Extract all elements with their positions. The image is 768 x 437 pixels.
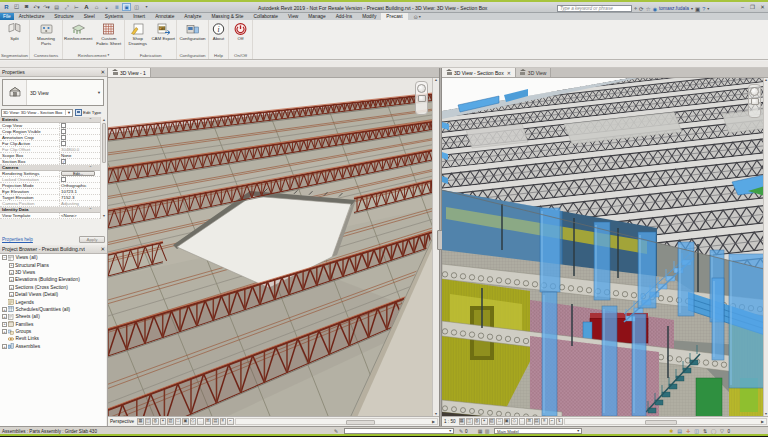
save-icon[interactable]: ◙	[22, 3, 31, 11]
property-checkbox[interactable]	[61, 129, 66, 134]
hscroll-right-icon[interactable]: ▶	[759, 419, 766, 424]
ribbon-button-about[interactable]: iAbout	[209, 21, 228, 41]
ribbon-tab-massing-site[interactable]: Massing & Site	[206, 13, 248, 20]
search-icon[interactable]: ⌖	[634, 5, 637, 12]
expand-icon[interactable]: +	[2, 329, 7, 334]
ribbon-display-toggle[interactable]: ⊙▾	[408, 13, 421, 20]
ribbon-tab-file[interactable]: File	[0, 13, 14, 20]
property-value[interactable]: None	[60, 153, 100, 158]
detail-level-icon[interactable]: ◫	[145, 418, 152, 425]
expand-icon[interactable]: +	[9, 263, 14, 268]
sign-in-icon[interactable]: ⟳	[639, 6, 644, 12]
browser-item-families[interactable]: +Families	[0, 321, 106, 328]
type-selector-dropdown-icon[interactable]: ▼	[97, 90, 103, 95]
analytical-model-icon[interactable]: ≡	[220, 418, 227, 425]
constraints-icon[interactable]: ⌐	[227, 418, 234, 425]
steering-wheel-icon[interactable]	[417, 84, 426, 93]
expand-icon[interactable]: +	[2, 322, 7, 327]
hscroll-right-icon[interactable]: ▶	[430, 419, 437, 424]
properties-help-link[interactable]: Properties help	[2, 237, 33, 242]
scale-icon[interactable]: ▦	[459, 418, 466, 425]
ribbon-button-split[interactable]: Split	[0, 21, 29, 41]
help-menu-caret[interactable]: ▾	[707, 6, 709, 11]
favorites-icon[interactable]: ☆	[646, 6, 651, 12]
scroll-thumb[interactable]	[102, 123, 106, 163]
expand-icon[interactable]: +	[9, 292, 14, 297]
browser-item-schedules-quantities-all-[interactable]: +Schedules/Quantities (all)	[0, 306, 106, 313]
print-icon[interactable]: ▤	[52, 3, 61, 11]
user-menu-caret[interactable]: ▾	[691, 6, 693, 11]
collapse-icon[interactable]: −	[2, 255, 7, 260]
property-value[interactable]: Edit...	[60, 171, 100, 176]
property-value[interactable]	[60, 141, 100, 146]
zoom-icon[interactable]	[418, 95, 426, 102]
expand-icon[interactable]: +	[2, 307, 7, 312]
property-value[interactable]	[60, 123, 100, 128]
revit-logo[interactable]: R	[2, 3, 11, 11]
property-value[interactable]: 10723.1	[60, 189, 100, 194]
constraints-icon[interactable]: ⌐	[549, 418, 556, 425]
minimize-button[interactable]: –	[739, 5, 746, 12]
scroll-down-icon[interactable]: ▼	[101, 213, 107, 219]
ribbon-button-off[interactable]: Off	[229, 21, 252, 41]
render-icon[interactable]: □	[496, 418, 503, 425]
instance-selector[interactable]: 3D View: 3D View - Section Box ▼	[1, 109, 73, 117]
search-input[interactable]: Type a keyword or phrase	[557, 5, 632, 13]
sun-path-icon[interactable]: ✶	[160, 418, 167, 425]
crop-region-icon[interactable]: ◇	[511, 418, 518, 425]
ribbon-tab-precast[interactable]: Precast	[381, 13, 407, 20]
detail-level-icon[interactable]: ◫	[466, 418, 473, 425]
property-checkbox[interactable]	[61, 159, 66, 164]
browser-item-structural-plans[interactable]: +Structural Plans	[0, 261, 106, 268]
ribbon-tab-view[interactable]: View	[283, 13, 303, 20]
open-icon[interactable]: ◰	[12, 3, 21, 11]
expand-icon[interactable]: +	[2, 314, 7, 319]
displacement-icon[interactable]: ↯	[556, 418, 563, 425]
ribbon-button-custom-fabric-sheet[interactable]: Custom Fabric Sheet	[94, 21, 125, 46]
property-checkbox[interactable]	[61, 177, 66, 182]
view-scale-label[interactable]: Perspective	[110, 419, 134, 424]
expand-icon[interactable]: +	[9, 277, 14, 282]
crop-view-icon[interactable]: ▣	[182, 418, 189, 425]
crop-view-icon[interactable]: ▣	[504, 418, 511, 425]
property-value[interactable]: Orthographic	[60, 183, 100, 188]
ribbon-tab-add-ins[interactable]: Add-Ins	[331, 13, 358, 20]
ribbon-button-mounting-parts[interactable]: Mounting Parts	[30, 21, 62, 46]
expand-icon[interactable]: +	[9, 270, 14, 275]
analytical-model-icon[interactable]: ≡	[541, 418, 548, 425]
view-canvas-section-box[interactable]	[442, 78, 768, 416]
ribbon-tab-modify[interactable]: Modify	[357, 13, 381, 20]
browser-item-assemblies[interactable]: +Assemblies	[0, 343, 106, 350]
property-value[interactable]	[60, 129, 100, 134]
expand-icon[interactable]: +	[2, 344, 7, 349]
thin-lines-icon[interactable]: ≣	[112, 3, 121, 11]
properties-scrollbar[interactable]: ▲▼	[100, 117, 107, 219]
property-value[interactable]: Adjusting	[60, 201, 100, 206]
app-store-icon[interactable]: ▣	[695, 6, 700, 12]
navigation-bar-right-view[interactable]	[748, 84, 761, 118]
property-value[interactable]: <None>	[60, 213, 100, 218]
close-view-icon[interactable]: ✕	[507, 70, 511, 76]
properties-close-icon[interactable]: ✕	[100, 69, 105, 75]
ribbon-button-cam-export[interactable]: CAMCAM Export	[151, 21, 177, 41]
render-icon[interactable]: □	[175, 418, 182, 425]
navigation-bar-left-view[interactable]	[415, 81, 428, 115]
temporary-hide-icon[interactable]: ◌	[197, 418, 204, 425]
browser-item-elevations-building-elevation-[interactable]: +Elevations (Building Elevation)	[0, 276, 106, 283]
property-checkbox[interactable]	[61, 141, 66, 146]
vertical-scrollbar-right-view[interactable]: ▲▼	[763, 78, 768, 416]
crop-region-icon[interactable]: ◇	[190, 418, 197, 425]
ribbon-button-shop-drawings[interactable]: Shop Drawings	[125, 21, 151, 46]
ribbon-tab-annotate[interactable]: Annotate	[150, 13, 179, 20]
horizontal-scrollbar[interactable]: ▶	[564, 418, 768, 425]
shadows-icon[interactable]: ▧	[167, 418, 174, 425]
browser-item-revit-links[interactable]: Revit Links	[0, 335, 106, 342]
redo-icon[interactable]: ↷▾	[42, 3, 51, 11]
ribbon-button-configuration[interactable]: Configuration	[177, 21, 208, 41]
horizontal-scrollbar[interactable]: ▶	[235, 418, 438, 425]
ribbon-tab-architecture[interactable]: Architecture	[14, 13, 50, 20]
close-hidden-windows-icon[interactable]: ▣	[122, 3, 131, 11]
shadows-icon[interactable]: ▧	[489, 418, 496, 425]
property-value[interactable]: 7152.3	[60, 195, 100, 200]
ribbon-button-reinforcement[interactable]: Reinforcement	[63, 21, 94, 41]
